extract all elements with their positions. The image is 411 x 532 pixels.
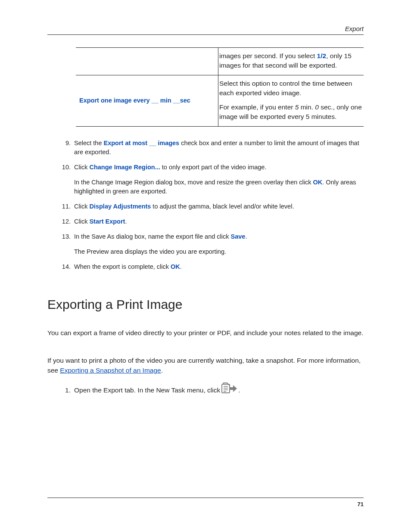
list-item: 12. Click Start Export. <box>60 217 364 226</box>
ui-label: Save <box>231 233 246 240</box>
list-item: 14. When the export is complete, click O… <box>60 262 364 271</box>
table-row: Export one image every __ min __sec Sele… <box>76 75 364 126</box>
text: . <box>161 367 163 374</box>
ui-label: Display Adjustments <box>89 203 151 210</box>
step-body: Open the Export tab. In the New Task men… <box>74 383 364 397</box>
steps-list-2: 1. Open the Export tab. In the New Task … <box>60 383 364 397</box>
list-item: 1. Open the Export tab. In the New Task … <box>60 383 364 397</box>
step-body: When the export is complete, click OK. <box>74 262 364 271</box>
ui-label: OK <box>313 179 323 186</box>
step-body: Select the Export at most __ images chec… <box>74 139 364 157</box>
step-number: 11. <box>60 202 74 211</box>
header-rule <box>47 34 364 35</box>
step-number: 10. <box>60 163 74 196</box>
table-text: Select this option to control the time b… <box>219 79 362 98</box>
step-body: Click Change Image Region... to only exp… <box>74 163 364 196</box>
step-number: 9. <box>60 139 74 157</box>
example-value: 0 <box>315 103 319 111</box>
table-cell-right: images per second. If you select 1/2, on… <box>218 48 364 75</box>
text: When the export is complete, click <box>74 263 171 270</box>
table-text: images per second. If you select 1/2, on… <box>219 51 362 71</box>
export-print-icon <box>221 383 237 397</box>
page-header-section: Export <box>345 25 364 32</box>
section-heading: Exporting a Print Image <box>47 297 183 312</box>
step-body: Click Display Adjustments to adjust the … <box>74 202 364 211</box>
step-body: Click Start Export. <box>74 217 364 226</box>
steps-list: 9. Select the Export at most __ images c… <box>60 139 364 277</box>
table-cell-left: Export one image every __ min __sec <box>76 75 218 126</box>
page-number: 71 <box>358 501 364 507</box>
table-cell-left <box>76 48 218 75</box>
ui-label: Start Export <box>89 218 125 225</box>
list-item: 13. In the Save As dialog box, name the … <box>60 232 364 256</box>
ui-label: Export at most __ images <box>104 140 180 146</box>
list-item: 10. Click Change Image Region... to only… <box>60 163 364 196</box>
text: Select the <box>74 140 104 146</box>
step-number: 13. <box>60 232 74 256</box>
ui-label: Change Image Region... <box>89 164 160 171</box>
step-body: In the Save As dialog box, name the expo… <box>74 232 364 256</box>
text: . <box>245 233 247 240</box>
text: . <box>238 385 240 395</box>
step-number: 12. <box>60 217 74 226</box>
text: Click <box>74 203 89 210</box>
text: The Preview area displays the video you … <box>74 247 364 256</box>
table-row: images per second. If you select 1/2, on… <box>76 48 364 75</box>
text: In the Change Image Region dialog box, m… <box>74 179 313 186</box>
options-table: images per second. If you select 1/2, on… <box>76 47 364 127</box>
step-number: 14. <box>60 262 74 271</box>
link-exporting-snapshot[interactable]: Exporting a Snapshot of an Image <box>60 367 161 374</box>
text: Click <box>74 164 89 171</box>
table-cell-right: Select this option to control the time b… <box>218 75 364 126</box>
text: . <box>180 263 182 270</box>
text: Click <box>74 218 89 225</box>
step-number: 1. <box>60 385 74 395</box>
text: For example, if you enter <box>219 103 295 111</box>
footer-rule <box>47 498 364 498</box>
option-value: 1/2 <box>317 52 327 59</box>
ui-label: OK <box>171 263 180 270</box>
text: Open the Export tab. In the New Task men… <box>74 385 220 395</box>
text: In the Save As dialog box, name the expo… <box>74 233 231 240</box>
text: to only export part of the video image. <box>160 164 267 171</box>
list-item: 9. Select the Export at most __ images c… <box>60 139 364 157</box>
table-text: For example, if you enter 5 min. 0 sec.,… <box>219 103 362 122</box>
text: to adjust the gamma, black level and/or … <box>151 203 294 210</box>
paragraph: If you want to print a photo of the vide… <box>47 355 364 376</box>
text: images per second. If you select <box>219 52 317 59</box>
paragraph: You can export a frame of video directly… <box>47 328 364 338</box>
list-item: 11. Click Display Adjustments to adjust … <box>60 202 364 211</box>
text: . <box>125 218 127 225</box>
text: min. <box>299 103 315 111</box>
